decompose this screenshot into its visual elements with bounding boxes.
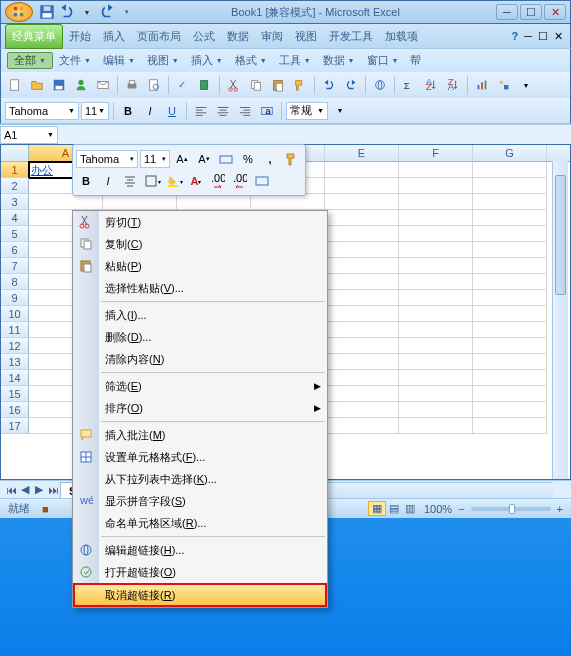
cell[interactable] (325, 322, 399, 338)
minimize-button[interactable]: ─ (496, 4, 518, 20)
menu-data[interactable]: 数据▼ (317, 53, 361, 68)
row-header[interactable]: 2 (1, 178, 29, 194)
row-header[interactable]: 7 (1, 258, 29, 274)
email-icon[interactable] (93, 75, 113, 95)
percent-icon[interactable]: % (238, 149, 258, 169)
maximize-button[interactable]: ☐ (520, 4, 542, 20)
font-family-select[interactable]: Tahoma▼ (5, 102, 79, 120)
cell[interactable] (325, 354, 399, 370)
row-header[interactable]: 9 (1, 290, 29, 306)
cell[interactable] (473, 306, 547, 322)
view-break-icon[interactable]: ▥ (402, 502, 418, 515)
menu-file[interactable]: 文件▼ (53, 53, 97, 68)
cell[interactable] (399, 274, 473, 290)
cell[interactable] (325, 162, 399, 178)
cell[interactable] (473, 226, 547, 242)
cell[interactable] (399, 290, 473, 306)
cell[interactable] (399, 162, 473, 178)
minimize-doc-button[interactable]: ─ (524, 30, 532, 42)
help-icon[interactable]: ? (511, 30, 518, 42)
ctx-sort[interactable]: 排序(O)▶ (73, 397, 327, 419)
select-all-corner[interactable] (1, 145, 29, 161)
tab-home[interactable]: 开始 (63, 25, 97, 48)
row-header[interactable]: 11 (1, 322, 29, 338)
cell[interactable] (473, 386, 547, 402)
sort-asc-icon[interactable]: AZ (421, 75, 441, 95)
ctx-format-cells[interactable]: 设置单元格格式(F)... (73, 446, 327, 468)
cell[interactable] (399, 210, 473, 226)
menu-insert[interactable]: 插入▼ (185, 53, 229, 68)
toolbar-more-icon[interactable]: ▾ (516, 75, 536, 95)
qat-dropdown-icon[interactable]: ▼ (78, 3, 96, 21)
bold-icon[interactable]: B (76, 171, 96, 191)
ctx-pick-from-list[interactable]: 从下拉列表中选择(K)... (73, 468, 327, 490)
mini-font-size[interactable]: 11▾ (140, 150, 170, 168)
row-header[interactable]: 4 (1, 210, 29, 226)
cell[interactable] (399, 178, 473, 194)
permission-icon[interactable] (71, 75, 91, 95)
italic-button[interactable]: I (140, 101, 160, 121)
close-button[interactable]: ✕ (544, 4, 566, 20)
align-left-icon[interactable] (191, 101, 211, 121)
cut-icon[interactable] (224, 75, 244, 95)
mini-font-family[interactable]: Tahoma▾ (76, 150, 138, 168)
align-right-icon[interactable] (235, 101, 255, 121)
col-header[interactable]: G (473, 145, 547, 161)
row-header[interactable]: 16 (1, 402, 29, 418)
tab-formulas[interactable]: 公式 (187, 25, 221, 48)
cell[interactable] (473, 354, 547, 370)
cell[interactable] (399, 370, 473, 386)
cell[interactable] (473, 370, 547, 386)
cell[interactable] (399, 338, 473, 354)
accounting-format-icon[interactable] (216, 149, 236, 169)
cell[interactable] (103, 194, 177, 210)
row-header[interactable]: 14 (1, 370, 29, 386)
research-icon[interactable] (195, 75, 215, 95)
save-icon[interactable] (38, 3, 56, 21)
col-header[interactable]: E (325, 145, 399, 161)
row-header[interactable]: 15 (1, 386, 29, 402)
undo-icon[interactable] (58, 3, 76, 21)
zoom-level[interactable]: 100% (424, 503, 452, 515)
cell[interactable] (473, 418, 547, 434)
grow-font-icon[interactable]: A▴ (172, 149, 192, 169)
print-preview-icon[interactable] (144, 75, 164, 95)
cell[interactable] (399, 226, 473, 242)
menu-all[interactable]: 全部▼ (7, 52, 53, 69)
tab-developer[interactable]: 开发工具 (323, 25, 379, 48)
office-button[interactable] (5, 2, 33, 22)
close-doc-button[interactable]: ✕ (554, 30, 563, 43)
tab-classic-menu[interactable]: 经典菜单 (5, 24, 63, 49)
comma-icon[interactable]: , (260, 149, 280, 169)
ctx-copy[interactable]: 复制(C) (73, 233, 327, 255)
cell[interactable] (399, 306, 473, 322)
italic-icon[interactable]: I (98, 171, 118, 191)
zoom-slider[interactable] (471, 507, 551, 511)
cell[interactable] (325, 210, 399, 226)
cell[interactable] (325, 274, 399, 290)
row-header[interactable]: 8 (1, 274, 29, 290)
ctx-paste-special[interactable]: 选择性粘贴(V)... (73, 277, 327, 299)
cell[interactable] (325, 402, 399, 418)
toolbar-more-icon[interactable]: ▾ (330, 101, 350, 121)
row-header[interactable]: 6 (1, 242, 29, 258)
row-header[interactable]: 17 (1, 418, 29, 434)
ctx-paste[interactable]: 粘贴(P) (73, 255, 327, 277)
col-header[interactable]: F (399, 145, 473, 161)
cell[interactable] (399, 194, 473, 210)
tab-nav-first-icon[interactable]: ⏮ (4, 484, 18, 496)
paste-icon[interactable] (268, 75, 288, 95)
decrease-decimal-icon[interactable]: .00 (208, 171, 228, 191)
draw-icon[interactable] (494, 75, 514, 95)
ctx-delete[interactable]: 删除(D)... (73, 326, 327, 348)
cell[interactable] (473, 338, 547, 354)
cell[interactable] (325, 306, 399, 322)
menu-help[interactable]: 帮 (404, 53, 427, 68)
cell[interactable] (399, 322, 473, 338)
format-painter-icon[interactable] (290, 75, 310, 95)
format-painter-icon[interactable] (282, 149, 302, 169)
tab-nav-next-icon[interactable]: ▶ (32, 483, 46, 496)
cell[interactable] (473, 274, 547, 290)
cell[interactable] (399, 354, 473, 370)
align-center-icon[interactable] (120, 171, 140, 191)
